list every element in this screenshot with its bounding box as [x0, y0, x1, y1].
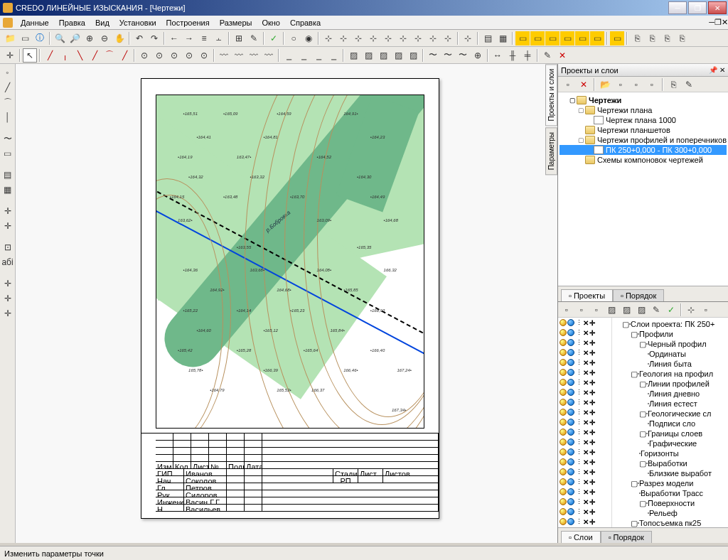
- tree-sheets[interactable]: Чертежи планшетов: [560, 125, 727, 135]
- lyr-horizons[interactable]: Горизонты: [614, 448, 727, 458]
- layer-state-row[interactable]: ⋮✕✛: [558, 507, 611, 517]
- vtab-projects[interactable]: Проекты и слои: [545, 64, 557, 126]
- tool-snap8-icon[interactable]: ⊹: [426, 31, 440, 45]
- maximize-button[interactable]: ❐: [688, 1, 707, 14]
- tool-line6-icon[interactable]: ╱: [117, 48, 132, 63]
- pt-copy-icon[interactable]: ⎘: [666, 77, 680, 92]
- layer-state-row[interactable]: ⋮✕✛: [558, 407, 611, 417]
- layer-state-row[interactable]: ⋮✕✛: [558, 457, 611, 467]
- layer-state-row[interactable]: ⋮✕✛: [558, 377, 611, 387]
- tool-edit-icon[interactable]: ✎: [247, 31, 261, 45]
- menu-data[interactable]: Данные: [16, 17, 54, 28]
- tree-plan[interactable]: ▢Чертежи плана: [560, 105, 727, 115]
- layers-title[interactable]: ▢Слои проекта: ПК 250+: [614, 319, 727, 329]
- lyr-natural[interactable]: Линия естест: [614, 399, 727, 409]
- ltool-8[interactable]: ▦: [1, 183, 15, 197]
- menu-help[interactable]: Справка: [285, 17, 326, 28]
- ltool-13[interactable]: ✛: [1, 276, 15, 291]
- pt-folder-icon[interactable]: 📂: [598, 77, 612, 92]
- tool-redo-icon[interactable]: ↷: [147, 31, 161, 45]
- tool-ln1-icon[interactable]: ⎯: [282, 48, 296, 63]
- pt-del-icon[interactable]: ✕: [577, 77, 591, 92]
- tree-root[interactable]: ▢Чертежи: [560, 95, 727, 105]
- layer-state-row[interactable]: ⋮✕✛: [558, 437, 611, 447]
- tool-dim2-icon[interactable]: ╫: [505, 48, 520, 63]
- pt-new-icon[interactable]: ▫: [561, 77, 575, 92]
- layer-state-row[interactable]: ⋮✕✛: [558, 328, 611, 338]
- tool-sp2-icon[interactable]: 〜: [441, 48, 455, 63]
- layer-state-row[interactable]: ⋮✕✛: [558, 338, 611, 348]
- layer-state-row[interactable]: ⋮✕✛: [558, 318, 611, 328]
- ltool-9[interactable]: ✛: [1, 204, 15, 218]
- layer-state-row[interactable]: ⋮✕✛: [558, 497, 611, 507]
- lt-10[interactable]: ▫: [699, 303, 713, 317]
- tool-snap4-icon[interactable]: ⊹: [366, 31, 380, 45]
- lyr-section[interactable]: ▢Разрез модели: [614, 478, 727, 488]
- tool-copy3-icon[interactable]: ⎘: [660, 31, 674, 45]
- tool-snap7-icon[interactable]: ⊹: [411, 31, 425, 45]
- tool-lines-icon[interactable]: ≡: [197, 31, 211, 45]
- tool-y6[interactable]: ▭: [590, 31, 604, 45]
- layer-state-row[interactable]: ⋮✕✛: [558, 367, 611, 377]
- tool-circle1-icon[interactable]: ○: [287, 31, 301, 45]
- ltool-10[interactable]: ✛: [1, 219, 15, 233]
- tool-info-icon[interactable]: ⓘ: [33, 31, 47, 45]
- tool-spl2-icon[interactable]: 〰: [232, 48, 246, 63]
- menu-edit[interactable]: Правка: [54, 17, 90, 28]
- layer-state-row[interactable]: ⋮✕✛: [558, 447, 611, 457]
- tool-ln3-icon[interactable]: ⎯: [311, 48, 326, 63]
- lt-2[interactable]: ▫: [574, 303, 589, 317]
- ltool-15[interactable]: ✛: [1, 306, 15, 321]
- tool-select-icon[interactable]: ↖: [23, 48, 37, 63]
- tool-snap6-icon[interactable]: ⊹: [396, 31, 410, 45]
- tool-spl3-icon[interactable]: 〰: [247, 48, 261, 63]
- tree-profiles[interactable]: ▢Чертежи профилей и поперечников: [560, 135, 727, 145]
- tool-line2-icon[interactable]: ╷: [58, 48, 72, 63]
- tool-arrow-right-icon[interactable]: →: [182, 31, 196, 45]
- layer-state-row[interactable]: ⋮✕✛: [558, 417, 611, 427]
- lyr-graph[interactable]: Графические: [614, 438, 727, 448]
- lt-9[interactable]: ⊹: [684, 303, 698, 317]
- tool-arc4-icon[interactable]: ⊙: [182, 48, 196, 63]
- tool-line5-icon[interactable]: ⌒: [102, 48, 117, 63]
- lt-8[interactable]: ✓: [664, 303, 678, 317]
- tool-copy1-icon[interactable]: ⎘: [630, 31, 644, 45]
- tool-line1-icon[interactable]: ╱: [43, 48, 57, 63]
- tool-snap3-icon[interactable]: ⊹: [351, 31, 365, 45]
- lyr-relief[interactable]: Рельеф: [614, 508, 727, 518]
- tool-sp3-icon[interactable]: 〜: [456, 48, 470, 63]
- menu-window[interactable]: Окно: [257, 17, 285, 28]
- tool-spl4-icon[interactable]: 〰: [262, 48, 276, 63]
- lyr-routeworkings[interactable]: Выработки Трасс: [614, 488, 727, 498]
- menu-view[interactable]: Вид: [90, 17, 114, 28]
- lyr-surfaces[interactable]: ▢Поверхности: [614, 498, 727, 508]
- lt-1[interactable]: ▫: [560, 303, 574, 317]
- tool-cursor-icon[interactable]: ✛: [3, 48, 17, 63]
- ltool-11[interactable]: ⊡: [1, 240, 15, 254]
- lyr-profiles[interactable]: ▢Профили: [614, 329, 727, 339]
- lyr-geolayers[interactable]: ▢Геологические сл: [614, 409, 727, 419]
- tool-y7[interactable]: ▭: [610, 31, 624, 45]
- lyr-geolabels[interactable]: Подписи сло: [614, 419, 727, 429]
- layer-state-row[interactable]: ⋮✕✛: [558, 467, 611, 477]
- tool-line3-icon[interactable]: ╲: [73, 48, 87, 63]
- ltool-14[interactable]: ✛: [1, 291, 15, 306]
- tool-doc1-icon[interactable]: ▤: [481, 31, 495, 45]
- tool-zoom-all-icon[interactable]: 🔍: [53, 31, 67, 45]
- tool-open-icon[interactable]: 📁: [3, 31, 17, 45]
- layer-state-row[interactable]: ⋮✕✛: [558, 348, 611, 357]
- pt-page3-icon[interactable]: ▫: [645, 77, 659, 92]
- layers-tree[interactable]: ▢Слои проекта: ПК 250+ ▢Профили ▢Черный …: [612, 318, 728, 527]
- tool-arc3-icon[interactable]: ⊙: [167, 48, 181, 63]
- menu-dimensions[interactable]: Размеры: [215, 17, 257, 28]
- lyr-daylight[interactable]: Линия дневно: [614, 389, 727, 399]
- tool-circle2-icon[interactable]: ◉: [301, 31, 316, 45]
- ltool-2[interactable]: ╱: [1, 80, 15, 95]
- tool-arc1-icon[interactable]: ⊙: [137, 48, 151, 63]
- tool-snap5-icon[interactable]: ⊹: [381, 31, 395, 45]
- ltool-7[interactable]: ▤: [1, 168, 15, 182]
- vtab-params[interactable]: Параметры: [545, 127, 557, 175]
- ltool-4[interactable]: │: [1, 110, 15, 124]
- lyr-plines[interactable]: ▢Линии профилей: [614, 379, 727, 389]
- tab-projects[interactable]: ▫Проекты: [561, 289, 613, 301]
